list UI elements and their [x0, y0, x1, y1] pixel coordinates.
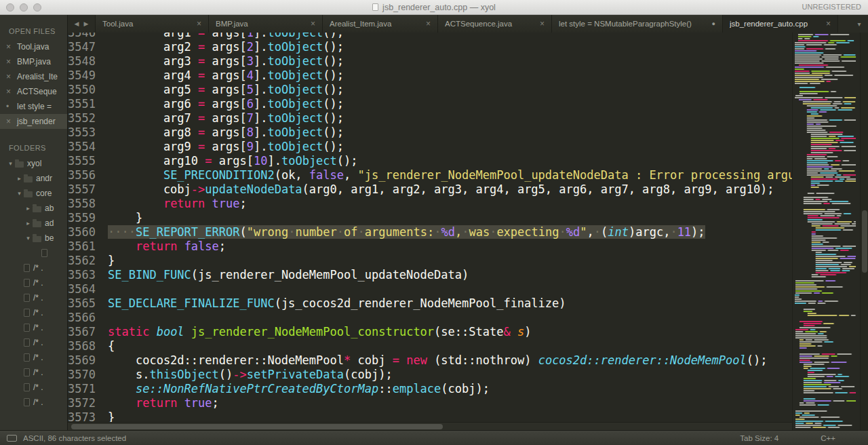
line-number[interactable]: 3559 — [68, 211, 108, 225]
code-pane[interactable]: 3546 arg1 = args[1].toObject();3547 arg2… — [68, 33, 792, 430]
minimize-window-button[interactable] — [20, 3, 28, 12]
code-line[interactable]: 3546 arg1 = args[1].toObject(); — [68, 33, 792, 40]
tree-item-core[interactable]: ▾core — [0, 186, 67, 201]
code-line[interactable]: 3566 — [68, 311, 792, 325]
tab-close-icon[interactable]: × — [426, 19, 431, 28]
code-line[interactable]: 3547 arg2 = args[2].toObject(); — [68, 40, 792, 54]
code-line[interactable]: 3567static bool js_renderer_NodeMemPool_… — [68, 325, 792, 339]
code-line[interactable]: 3568{ — [68, 339, 792, 353]
line-number[interactable]: 3566 — [68, 311, 108, 325]
code-line[interactable]: 3572 return true; — [68, 396, 792, 410]
line-number[interactable]: 3552 — [68, 111, 108, 125]
tree-item-file[interactable]: /* . — [0, 350, 67, 365]
disclosure-icon[interactable]: ▾ — [24, 235, 33, 241]
open-file-item[interactable]: ×Tool.java — [0, 39, 67, 54]
disclosure-icon[interactable]: ▾ — [6, 160, 15, 167]
code-line[interactable]: 3571 se::NonRefNativePtrCreatedByCtorMap… — [68, 382, 792, 396]
open-file-item[interactable]: ×Arealist_Ite — [0, 69, 67, 84]
line-number[interactable]: 3569 — [68, 353, 108, 368]
horizontal-scrollbar-thumb[interactable] — [71, 424, 443, 429]
line-number[interactable]: 3570 — [68, 368, 108, 382]
tree-item-file[interactable] — [0, 246, 67, 260]
code-line[interactable]: 3552 arg7 = args[7].toObject(); — [68, 111, 792, 125]
line-number[interactable]: 3557 — [68, 182, 108, 197]
open-files-header[interactable]: OPEN FILES — [0, 24, 67, 39]
disclosure-icon[interactable]: ▸ — [15, 175, 24, 182]
line-number[interactable]: 3547 — [68, 40, 108, 54]
close-file-icon[interactable]: × — [6, 87, 17, 96]
line-number[interactable]: 3554 — [68, 140, 108, 154]
code-line[interactable]: 3565SE_DECLARE_FINALIZE_FUNC(js_cocos2d_… — [68, 296, 792, 311]
line-number[interactable]: 3562 — [68, 254, 108, 268]
minimap[interactable] — [792, 33, 860, 430]
tree-item-file[interactable]: /* . — [0, 305, 67, 320]
line-number[interactable]: 3558 — [68, 197, 108, 211]
tree-item-file[interactable]: /* . — [0, 275, 67, 290]
line-number[interactable]: 3567 — [68, 325, 108, 339]
zoom-window-button[interactable] — [33, 3, 41, 12]
code-line[interactable]: 3558 return true; — [68, 197, 792, 211]
tab[interactable]: Arealist_Item.java× — [323, 15, 438, 33]
line-number[interactable]: 3563 — [68, 268, 108, 282]
tab[interactable]: Tool.java× — [95, 15, 209, 33]
tree-item-ab[interactable]: ▸ab — [0, 201, 67, 216]
code-line[interactable]: 3560····SE_REPORT_ERROR("wrong·number·of… — [68, 225, 792, 239]
tab[interactable]: ACTSequence.java× — [438, 15, 552, 33]
folders-header[interactable]: FOLDERS — [0, 141, 67, 156]
tree-item-xyol[interactable]: ▾xyol — [0, 156, 67, 171]
disclosure-icon[interactable]: ▾ — [15, 190, 24, 197]
line-number[interactable]: 3560 — [68, 225, 108, 239]
disclosure-icon[interactable]: ▸ — [24, 220, 33, 227]
tab-back-icon[interactable]: ◀ — [75, 20, 79, 27]
line-number[interactable]: 3556 — [68, 168, 108, 182]
open-file-item[interactable]: ×jsb_render — [0, 114, 67, 129]
tree-item-file[interactable]: /* . — [0, 365, 67, 380]
code-line[interactable]: 3555 arg10 = args[10].toObject(); — [68, 154, 792, 168]
line-number[interactable]: 3564 — [68, 282, 108, 296]
horizontal-scrollbar[interactable] — [68, 422, 792, 430]
tree-item-file[interactable]: /* . — [0, 320, 67, 335]
code-line[interactable]: 3557 cobj->updateNodeData(arg0, arg1, ar… — [68, 182, 792, 197]
syntax-indicator[interactable]: C++ — [821, 434, 835, 442]
vertical-scrollbar-thumb[interactable] — [862, 210, 867, 273]
line-number[interactable]: 3546 — [68, 33, 108, 40]
line-number[interactable]: 3571 — [68, 382, 108, 396]
tab-size-indicator[interactable]: Tab Size: 4 — [740, 434, 778, 442]
modified-dot-icon[interactable]: • — [6, 102, 17, 111]
line-number[interactable]: 3555 — [68, 154, 108, 168]
code-line[interactable]: 3562} — [68, 254, 792, 268]
tree-item-file[interactable]: /* . — [0, 395, 67, 410]
tree-item-file[interactable]: /* . — [0, 380, 67, 395]
line-number[interactable]: 3568 — [68, 339, 108, 353]
tab[interactable]: BMP.java× — [209, 15, 323, 33]
tab-overflow-button[interactable]: ▾ — [850, 15, 868, 33]
close-file-icon[interactable]: × — [6, 57, 17, 66]
code-line[interactable]: 3550 arg5 = args[5].toObject(); — [68, 83, 792, 97]
tab-close-icon[interactable]: × — [197, 19, 201, 28]
line-number[interactable]: 3553 — [68, 125, 108, 140]
code-line[interactable]: 3559 } — [68, 211, 792, 225]
open-file-item[interactable]: ×ACTSeque — [0, 84, 67, 99]
tree-item-be[interactable]: ▾be — [0, 231, 67, 246]
line-number[interactable]: 3551 — [68, 97, 108, 111]
vertical-scrollbar[interactable] — [860, 33, 868, 430]
tab-close-icon[interactable]: × — [311, 19, 315, 28]
tree-item-file[interactable]: /* . — [0, 335, 67, 350]
code-line[interactable]: 3551 arg6 = args[6].toObject(); — [68, 97, 792, 111]
code-line[interactable]: 3561 return false; — [68, 239, 792, 254]
code-line[interactable]: 3556 SE_PRECONDITION2(ok, false, "js_ren… — [68, 168, 792, 182]
tab-close-icon[interactable]: × — [826, 19, 831, 28]
code-line[interactable]: 3548 arg3 = args[3].toObject(); — [68, 54, 792, 69]
close-file-icon[interactable]: × — [6, 72, 17, 81]
code-line[interactable]: 3569 cocos2d::renderer::NodeMemPool* cob… — [68, 353, 792, 368]
close-window-button[interactable] — [6, 3, 14, 12]
line-number[interactable]: 3561 — [68, 239, 108, 254]
open-file-item[interactable]: •let style = — [0, 99, 67, 114]
line-number[interactable]: 3572 — [68, 396, 108, 410]
tree-item-andr[interactable]: ▸andr — [0, 171, 67, 186]
code-line[interactable]: 3563SE_BIND_FUNC(js_renderer_NodeMemPool… — [68, 268, 792, 282]
close-file-icon[interactable]: × — [6, 117, 17, 126]
close-file-icon[interactable]: × — [6, 42, 17, 52]
code-line[interactable]: 3553 arg8 = args[8].toObject(); — [68, 125, 792, 140]
code-line[interactable]: 3564 — [68, 282, 792, 296]
